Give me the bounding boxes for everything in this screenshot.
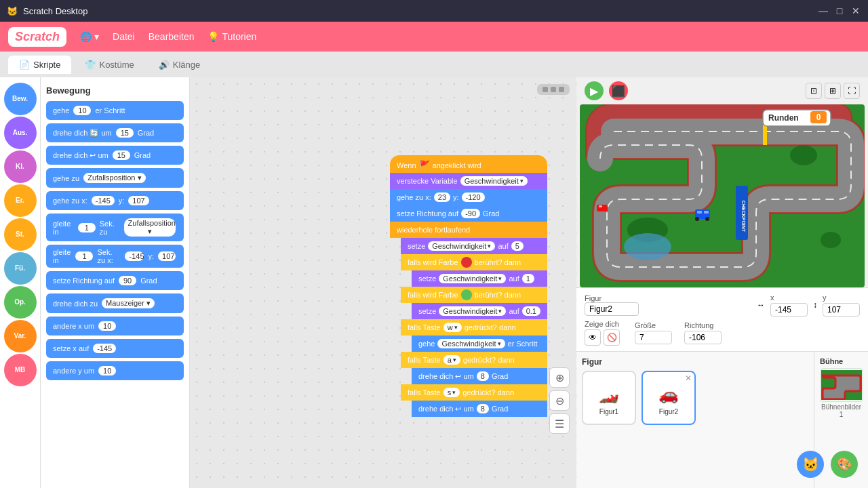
tab-costumes[interactable]: 👕 Kostüme <box>74 56 144 74</box>
category-myblocks[interactable]: MB <box>4 354 37 386</box>
block-if-green[interactable]: falls wird Farbe berührt? dann <box>401 287 547 303</box>
fullscreen-button[interactable]: ⛶ <box>844 83 860 99</box>
if-w-inner: gehe Geschwindigkeit er Schritt <box>412 336 547 352</box>
category-movement[interactable]: Bew. <box>4 83 37 115</box>
sprite-name-group: Figur <box>585 294 750 316</box>
block-turn-left[interactable]: drehe dich ↩ um 15 Grad <box>46 146 184 165</box>
svg-rect-7 <box>763 125 767 145</box>
small-stage-button[interactable]: ⊡ <box>806 83 822 99</box>
block-set-speed-01[interactable]: setze Geschwindigkeit auf 0.1 <box>412 303 547 319</box>
svg-rect-14 <box>599 205 602 207</box>
if-green-inner: setze Geschwindigkeit auf 0.1 <box>412 303 547 319</box>
category-variables[interactable]: Var. <box>4 320 37 352</box>
svg-rect-10 <box>704 211 709 214</box>
block-glide-to[interactable]: gleite in 1 Sek. zu Zufallsposition ▾ <box>46 214 184 241</box>
y-input[interactable] <box>823 303 860 317</box>
block-change-x[interactable]: andere x um 10 <box>46 317 184 336</box>
stop-button[interactable]: ⬛ <box>609 81 628 100</box>
block-set-speed-5[interactable]: setze Geschwindigkeit auf 5 <box>401 238 547 254</box>
menubar: Scratch 🌐 ▾ Datei Bearbeiten 💡 Tutorien <box>0 22 868 52</box>
show-button[interactable]: 👁 <box>585 329 601 346</box>
minimize-button[interactable]: — <box>818 5 829 16</box>
visibility-btns: 👁 🚫 <box>585 329 620 346</box>
block-point-towards[interactable]: drehe dich zu Mauszeiger ▾ <box>46 293 184 313</box>
category-events[interactable]: Er. <box>4 184 37 217</box>
sprite-name-figur2: Figur2 <box>659 408 678 415</box>
green-flag-button[interactable]: ▶ <box>585 81 604 100</box>
block-turn-right[interactable]: drehe dich 🔄 um 15 Grad <box>46 123 184 142</box>
hide-button[interactable]: 🚫 <box>604 329 620 346</box>
block-if-red[interactable]: falls wird Farbe berührt? dann <box>401 254 547 270</box>
block-go-to-xy[interactable]: gehe zu x: -145 y: 107 <box>46 191 184 210</box>
globe-icon: 🌐 <box>80 31 92 42</box>
block-if-a[interactable]: falls Taste a gedrückt? dann <box>401 352 547 368</box>
category-sensing[interactable]: Fü. <box>4 252 37 285</box>
category-operators[interactable]: Op. <box>4 286 37 319</box>
close-button[interactable]: ✕ <box>850 5 861 16</box>
zoom-out-button[interactable]: ⊖ <box>549 390 570 411</box>
maximize-button[interactable]: □ <box>834 5 845 16</box>
x-field: x <box>770 293 808 317</box>
block-move-speed[interactable]: gehe Geschwindigkeit er Schritt <box>412 336 547 352</box>
y-field: y <box>823 293 860 317</box>
sprite-list: Figur 🏎️ Figur1 ✕ 🚗 Figur2 <box>576 352 814 488</box>
block-move-steps[interactable]: gehe 10 er Schritt <box>46 101 184 120</box>
if-s-inner: drehe dich ↩ um 8 Grad <box>412 401 547 417</box>
category-appearance[interactable]: Aus. <box>4 117 37 149</box>
block-repeat-1[interactable]: wiederhole fortlaufend <box>390 222 547 238</box>
tab-scripts[interactable]: 📄 Skripte <box>8 56 71 74</box>
normal-stage-button[interactable]: ⊞ <box>825 83 841 99</box>
x-input[interactable] <box>770 303 808 317</box>
block-set-speed-1[interactable]: setze Geschwindigkeit auf 1 <box>412 270 547 287</box>
file-menu[interactable]: Datei <box>113 31 135 42</box>
block-hide-var-speed[interactable]: verstecke Variable Geschwindigkeit <box>390 173 547 189</box>
scratch-logo[interactable]: Scratch <box>8 27 66 47</box>
direction-input[interactable] <box>684 331 722 344</box>
sprite-close-figur2[interactable]: ✕ <box>685 373 692 383</box>
block-turn-left-8[interactable]: drehe dich ↩ um 8 Grad <box>412 368 547 384</box>
edit-menu[interactable]: Bearbeiten <box>149 31 195 42</box>
y-arrow-icon: ↕ <box>813 300 817 310</box>
handle-dot <box>559 87 564 92</box>
visibility-group: Zeige dich 👁 🚫 <box>585 320 620 346</box>
fit-button[interactable]: ☰ <box>549 413 570 434</box>
block-glide-xy[interactable]: gleite in 1 Sek. zu x: -145 y: 107 <box>46 245 184 268</box>
hat-block-1[interactable]: Wenn 🚩 angeklickt wird <box>390 155 547 173</box>
globe-menu[interactable]: 🌐 ▾ <box>80 31 99 42</box>
block-change-y[interactable]: andere y um 10 <box>46 361 184 380</box>
block-set-direction[interactable]: setze Richtung auf 90 Grad <box>46 271 184 290</box>
if-a-inner: drehe dich ↩ um 8 Grad <box>412 368 547 384</box>
paint-sprite-button[interactable]: 🎨 <box>831 451 858 478</box>
handle-dot <box>542 87 548 92</box>
zoom-in-button[interactable]: ⊕ <box>549 367 570 388</box>
sprite-thumb-figur1: 🏎️ <box>592 381 626 408</box>
drag-handle[interactable] <box>537 84 570 95</box>
sprite-info-panel: Figur ↔ x ↕ y Z <box>576 287 868 351</box>
block-turn-left-8b[interactable]: drehe dich ↩ um 8 Grad <box>412 401 547 417</box>
window-controls: — □ ✕ <box>818 5 861 16</box>
sprite-name-input[interactable] <box>585 302 639 316</box>
block-go-xy-1[interactable]: gehe zu x: 23 y: -120 <box>390 189 547 205</box>
add-sprite-button[interactable]: 🐱 <box>797 451 824 478</box>
code-area[interactable]: Wenn 🚩 angeklickt wird verstecke Variabl… <box>190 77 576 488</box>
sprite-item-figur1[interactable]: 🏎️ Figur1 <box>582 371 636 425</box>
size-input[interactable] <box>635 331 672 344</box>
block-set-x[interactable]: setze x auf -145 <box>46 339 184 358</box>
tab-sounds[interactable]: 🔊 Klänge <box>148 56 211 74</box>
stage-resize-buttons: ⊡ ⊞ ⛶ <box>806 83 860 99</box>
category-control[interactable]: St. <box>4 218 37 251</box>
category-sound[interactable]: Kl. <box>4 150 37 183</box>
costumes-icon: 👕 <box>85 60 96 70</box>
sprite-item-figur2[interactable]: ✕ 🚗 Figur2 <box>642 371 696 425</box>
sprite-name-figur1: Figur1 <box>599 408 618 415</box>
svg-point-4 <box>624 233 671 260</box>
block-go-to[interactable]: gehe zu Zufallsposition ▾ <box>46 168 184 188</box>
block-set-dir-1[interactable]: setze Richtung auf -90 Grad <box>390 205 547 222</box>
backdrop-thumbnail[interactable] <box>820 368 863 402</box>
tutorials-menu[interactable]: 💡 Tutorien <box>208 31 256 42</box>
block-if-w[interactable]: falls Taste w gedrückt? dann <box>401 319 547 336</box>
block-if-s[interactable]: falls Taste s gedrückt? dann <box>401 384 547 401</box>
script-1: Wenn 🚩 angeklickt wird verstecke Variabl… <box>390 155 547 417</box>
svg-point-12 <box>705 217 709 221</box>
backdrop-count: Bühnenbilder 1 <box>820 403 863 418</box>
